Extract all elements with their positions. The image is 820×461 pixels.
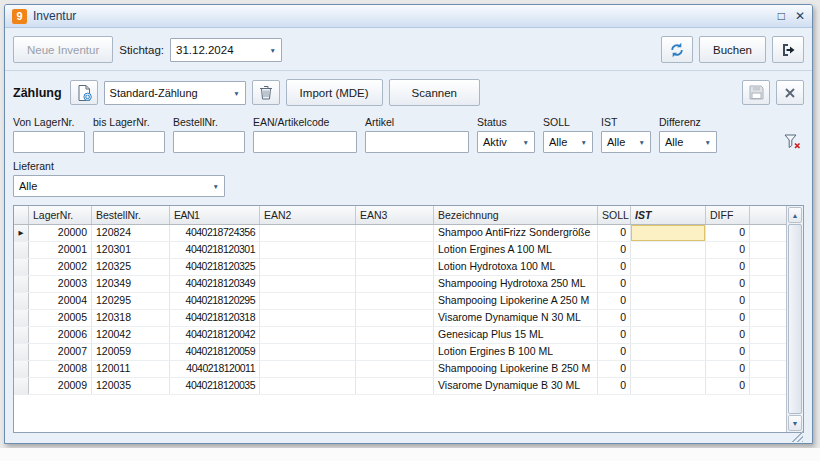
cell-ean3[interactable]	[356, 327, 434, 343]
new-count-button[interactable]	[70, 80, 98, 105]
cell-ean1[interactable]: 4040218120301	[170, 242, 260, 258]
cell-soll[interactable]: 0	[598, 242, 631, 258]
close-button[interactable]: ✕	[795, 10, 805, 22]
cell-diff[interactable]: 0	[706, 242, 750, 258]
cell-ean3[interactable]	[356, 259, 434, 275]
cancel-button[interactable]	[776, 80, 804, 105]
von-lagernr-input[interactable]	[13, 131, 85, 153]
table-row[interactable]: 200021203254040218120325Lotion Hydrotoxa…	[14, 259, 786, 276]
differenz-combo[interactable]: Alle ▼	[659, 131, 717, 153]
scroll-down-icon[interactable]: ▼	[788, 415, 802, 431]
column-header-ean1[interactable]: EAN1	[170, 206, 260, 224]
cell-ist[interactable]	[631, 344, 706, 360]
column-header-diff[interactable]: DIFF	[706, 206, 750, 224]
cell-diff[interactable]: 0	[706, 276, 750, 292]
cell-bestellnr[interactable]: 120295	[92, 293, 170, 309]
column-header-ean2[interactable]: EAN2	[260, 206, 356, 224]
cell-ean3[interactable]	[356, 344, 434, 360]
table-row[interactable]: 200041202954040218120295Shampooing Lipok…	[14, 293, 786, 310]
ist-combo[interactable]: Alle ▼	[601, 131, 651, 153]
cell-bezeichnung[interactable]: Lotion Ergines A 100 ML	[434, 242, 598, 258]
clear-filter-button[interactable]	[780, 129, 804, 153]
cell-diff[interactable]: 0	[706, 344, 750, 360]
cell-bestellnr[interactable]: 120042	[92, 327, 170, 343]
cell-ean2[interactable]	[260, 259, 356, 275]
artikel-input[interactable]	[365, 131, 469, 153]
table-row[interactable]: 200031203494040218120349Shampooing Hydro…	[14, 276, 786, 293]
save-button[interactable]	[742, 80, 770, 105]
count-type-combo[interactable]: Standard-Zählung ▼	[104, 81, 246, 105]
cell-soll[interactable]: 0	[598, 225, 631, 241]
cell-diff[interactable]: 0	[706, 378, 750, 394]
scrollbar-thumb[interactable]	[788, 224, 802, 414]
cell-bestellnr[interactable]: 120059	[92, 344, 170, 360]
table-row[interactable]: 200071200594040218120059Lotion Ergines B…	[14, 344, 786, 361]
cell-ean1[interactable]: 4040218120349	[170, 276, 260, 292]
neue-inventur-button[interactable]: Neue Inventur	[13, 36, 113, 63]
cell-bezeichnung[interactable]: Shampooing Hydrotoxa 250 ML	[434, 276, 598, 292]
cell-ean1[interactable]: 4040218120059	[170, 344, 260, 360]
status-combo[interactable]: Aktiv ▼	[477, 131, 535, 153]
lieferant-combo[interactable]: Alle ▼	[13, 175, 225, 197]
cell-ist[interactable]	[631, 327, 706, 343]
cell-ean3[interactable]	[356, 378, 434, 394]
cell-ean1[interactable]: 4040218120325	[170, 259, 260, 275]
cell-soll[interactable]: 0	[598, 378, 631, 394]
cell-ean2[interactable]	[260, 361, 356, 377]
cell-ean3[interactable]	[356, 276, 434, 292]
cell-ist[interactable]	[631, 225, 706, 241]
cell-lagernr[interactable]: 20006	[29, 327, 92, 343]
cell-bezeichnung[interactable]: Lotion Hydrotoxa 100 ML	[434, 259, 598, 275]
table-row[interactable]: 200081200114040218120011Shampooing Lipok…	[14, 361, 786, 378]
stichtag-combo[interactable]: 31.12.2024 ▼	[170, 38, 282, 62]
cell-bezeichnung[interactable]: Visarome Dynamique N 30 ML	[434, 310, 598, 326]
cell-bestellnr[interactable]: 120011	[92, 361, 170, 377]
buchen-button[interactable]: Buchen	[699, 36, 766, 63]
column-header-lagernr[interactable]: LagerNr.	[29, 206, 92, 224]
table-row[interactable]: 200061200424040218120042Genesicap Plus 1…	[14, 327, 786, 344]
cell-ist[interactable]	[631, 293, 706, 309]
cell-lagernr[interactable]: 20005	[29, 310, 92, 326]
cell-ean2[interactable]	[260, 310, 356, 326]
cell-bestellnr[interactable]: 120349	[92, 276, 170, 292]
cell-ist[interactable]	[631, 361, 706, 377]
cell-soll[interactable]: 0	[598, 361, 631, 377]
cell-bestellnr[interactable]: 120325	[92, 259, 170, 275]
cell-ist[interactable]	[631, 259, 706, 275]
scroll-up-icon[interactable]: ▲	[788, 207, 802, 223]
cell-lagernr[interactable]: 20003	[29, 276, 92, 292]
table-row[interactable]: ▶200001208244040218724356Shampoo AntiFri…	[14, 225, 786, 242]
cell-ean2[interactable]	[260, 344, 356, 360]
cell-ist[interactable]	[631, 310, 706, 326]
cell-diff[interactable]: 0	[706, 327, 750, 343]
cell-soll[interactable]: 0	[598, 327, 631, 343]
column-header-soll[interactable]: SOLL	[598, 206, 631, 224]
import-mde-button[interactable]: Import (MDE)	[286, 79, 383, 106]
cell-ean2[interactable]	[260, 327, 356, 343]
cell-ean2[interactable]	[260, 293, 356, 309]
cell-ean2[interactable]	[260, 242, 356, 258]
cell-diff[interactable]: 0	[706, 225, 750, 241]
cell-ean1[interactable]: 4040218120035	[170, 378, 260, 394]
bis-lagernr-input[interactable]	[93, 131, 165, 153]
refresh-button[interactable]	[661, 36, 693, 63]
cell-bezeichnung[interactable]: Shampoo AntiFrizz Sondergröße	[434, 225, 598, 241]
cell-ean3[interactable]	[356, 361, 434, 377]
cell-ean1[interactable]: 4040218120011	[170, 361, 260, 377]
cell-soll[interactable]: 0	[598, 310, 631, 326]
column-header-ist[interactable]: IST	[631, 206, 706, 224]
cell-ean2[interactable]	[260, 225, 356, 241]
table-row[interactable]: 200051203184040218120318Visarome Dynamiq…	[14, 310, 786, 327]
cell-bestellnr[interactable]: 120035	[92, 378, 170, 394]
cell-diff[interactable]: 0	[706, 293, 750, 309]
cell-ist[interactable]	[631, 242, 706, 258]
cell-diff[interactable]: 0	[706, 310, 750, 326]
cell-bezeichnung[interactable]: Shampooing Lipokerine A 250 M	[434, 293, 598, 309]
cell-lagernr[interactable]: 20007	[29, 344, 92, 360]
cell-soll[interactable]: 0	[598, 293, 631, 309]
cell-ean1[interactable]: 4040218120295	[170, 293, 260, 309]
cell-soll[interactable]: 0	[598, 276, 631, 292]
cell-bestellnr[interactable]: 120318	[92, 310, 170, 326]
scannen-button[interactable]: Scannen	[389, 79, 480, 106]
cell-ean1[interactable]: 4040218120318	[170, 310, 260, 326]
